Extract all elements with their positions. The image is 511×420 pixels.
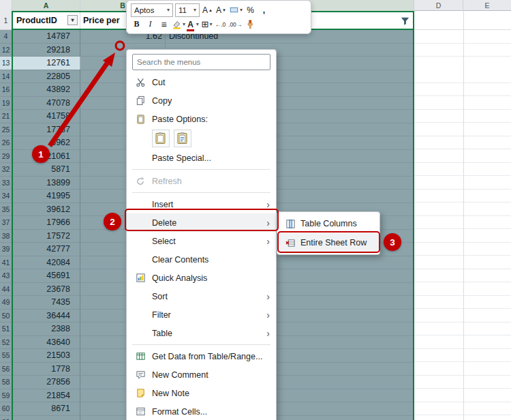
- percent-style-button[interactable]: %: [245, 3, 256, 17]
- decrease-font-size-button[interactable]: A▼: [215, 3, 227, 17]
- row-header[interactable]: 16: [0, 83, 12, 96]
- increase-decimal-button[interactable]: ←.0: [215, 18, 226, 31]
- menu-item-new-note[interactable]: New Note: [127, 384, 276, 402]
- fill-color-button[interactable]: ▾: [172, 18, 185, 31]
- row-header[interactable]: 33: [0, 177, 12, 190]
- row-header[interactable]: 35: [0, 203, 12, 216]
- row-header-1[interactable]: 1: [0, 11, 12, 30]
- row-header[interactable]: 43: [0, 269, 12, 282]
- row-header[interactable]: 12: [0, 44, 12, 57]
- row-header[interactable]: 50: [0, 310, 12, 322]
- cell-productid[interactable]: 12761: [12, 57, 80, 70]
- column-header-d[interactable]: D: [414, 0, 463, 11]
- menu-item-select[interactable]: Select ›: [127, 232, 276, 250]
- menu-search-input[interactable]: [132, 54, 270, 70]
- cell-productid[interactable]: 39612: [12, 203, 80, 216]
- row-header[interactable]: 19: [0, 97, 12, 110]
- cell-productid[interactable]: 42084: [12, 256, 80, 269]
- format-painter-button[interactable]: [244, 18, 256, 31]
- row-header[interactable]: 37: [0, 216, 12, 229]
- font-name-combo[interactable]: Aptos ▾: [131, 3, 173, 17]
- cell-productid[interactable]: 45691: [12, 269, 80, 282]
- row-header[interactable]: 14: [0, 70, 12, 83]
- paste-values-button[interactable]: [174, 130, 191, 147]
- menu-item-table[interactable]: Table ›: [127, 324, 276, 342]
- row-header[interactable]: 26: [0, 136, 12, 149]
- italic-button[interactable]: I: [144, 18, 156, 31]
- cell-productid[interactable]: 14787: [12, 30, 80, 43]
- cell-productid[interactable]: 8671: [12, 402, 80, 415]
- row-header[interactable]: 38: [0, 230, 12, 243]
- row-header[interactable]: 13: [0, 57, 12, 70]
- menu-item-copy[interactable]: Copy: [127, 91, 276, 110]
- column-header-e[interactable]: E: [463, 0, 511, 11]
- row-header[interactable]: 39: [0, 243, 12, 256]
- submenu-item-table-columns[interactable]: Table Columns: [277, 214, 380, 233]
- cell-productid[interactable]: 1778: [12, 363, 80, 376]
- row-header[interactable]: 60: [0, 402, 12, 415]
- row-header[interactable]: 59: [0, 389, 12, 402]
- row-header[interactable]: 49: [0, 296, 12, 309]
- menu-item-delete[interactable]: Delete ›: [127, 213, 276, 232]
- cell-a1-productid-header[interactable]: ProductID ▾: [12, 11, 80, 30]
- row-header[interactable]: 25: [0, 123, 12, 136]
- cell-productid[interactable]: 2388: [12, 322, 80, 335]
- row-header[interactable]: 32: [0, 163, 12, 176]
- cell-productid[interactable]: 42777: [12, 243, 80, 256]
- menu-item-cut[interactable]: Cut: [127, 73, 276, 91]
- menu-item-paste-special[interactable]: Paste Special...: [127, 149, 276, 167]
- cell-productid[interactable]: 23678: [12, 283, 80, 296]
- cell-productid[interactable]: 47078: [12, 97, 80, 110]
- row-header[interactable]: 44: [0, 283, 12, 296]
- menu-item-clear-contents[interactable]: Clear Contents: [127, 250, 276, 269]
- row-header[interactable]: 4: [0, 30, 12, 43]
- select-all-corner[interactable]: [0, 0, 12, 11]
- align-center-button[interactable]: ≡: [158, 18, 170, 31]
- row-header[interactable]: 62: [0, 416, 12, 420]
- cell-productid[interactable]: 17572: [12, 230, 80, 243]
- menu-item-get-data[interactable]: Get Data from Table/Range...: [127, 347, 276, 365]
- cell-productid[interactable]: 21854: [12, 389, 80, 402]
- menu-item-quick-analysis[interactable]: Quick Analysis: [127, 269, 276, 287]
- paste-keep-formatting-button[interactable]: [152, 130, 170, 147]
- cell-productid[interactable]: 17787: [12, 123, 80, 136]
- submenu-item-entire-sheet-row[interactable]: Entire Sheet Row: [277, 233, 380, 252]
- empty-cells-d-e[interactable]: [414, 30, 511, 420]
- bold-button[interactable]: B: [131, 18, 142, 31]
- cell-productid[interactable]: 29218: [12, 44, 80, 57]
- comma-style-button[interactable]: ,: [258, 3, 270, 17]
- cell-productid[interactable]: 13899: [12, 177, 80, 190]
- productid-filter-dropdown[interactable]: ▾: [67, 15, 78, 25]
- font-color-button[interactable]: A ▾: [187, 18, 199, 31]
- cell-productid[interactable]: 41995: [12, 190, 80, 202]
- row-header[interactable]: 51: [0, 322, 12, 335]
- menu-item-format-cells[interactable]: Format Cells...: [127, 402, 276, 420]
- cell-productid[interactable]: 22805: [12, 70, 80, 83]
- menu-item-insert[interactable]: Insert ›: [127, 195, 276, 213]
- cell-productid[interactable]: 43892: [12, 83, 80, 96]
- increase-font-size-button[interactable]: A▲: [202, 3, 213, 17]
- menu-item-sort[interactable]: Sort ›: [127, 287, 276, 305]
- cell-productid[interactable]: 36444: [12, 310, 80, 322]
- cell-productid[interactable]: 21503: [12, 349, 80, 362]
- cell-productid[interactable]: 5871: [12, 163, 80, 176]
- cell-productid[interactable]: 17966: [12, 216, 80, 229]
- cell-productid[interactable]: 27856: [12, 376, 80, 389]
- column-header-a[interactable]: A: [12, 0, 80, 11]
- row-header[interactable]: 41: [0, 256, 12, 269]
- row-header[interactable]: 34: [0, 190, 12, 202]
- menu-item-filter[interactable]: Filter ›: [127, 305, 276, 324]
- row-header[interactable]: 52: [0, 336, 12, 349]
- merge-center-button[interactable]: ▾: [229, 3, 243, 17]
- row-header[interactable]: 58: [0, 376, 12, 389]
- row1-de-cells[interactable]: [414, 11, 511, 30]
- borders-button[interactable]: ⊞ ▾: [201, 18, 213, 31]
- decrease-decimal-button[interactable]: .00→: [228, 18, 242, 31]
- cell-productid[interactable]: [12, 416, 80, 420]
- row-header[interactable]: 56: [0, 363, 12, 376]
- cell-productid[interactable]: 7435: [12, 296, 80, 309]
- filter-applied-funnel-icon[interactable]: [400, 16, 410, 26]
- cell-productid[interactable]: 41758: [12, 110, 80, 123]
- row-header[interactable]: 21: [0, 110, 12, 123]
- row-header[interactable]: 29: [0, 150, 12, 163]
